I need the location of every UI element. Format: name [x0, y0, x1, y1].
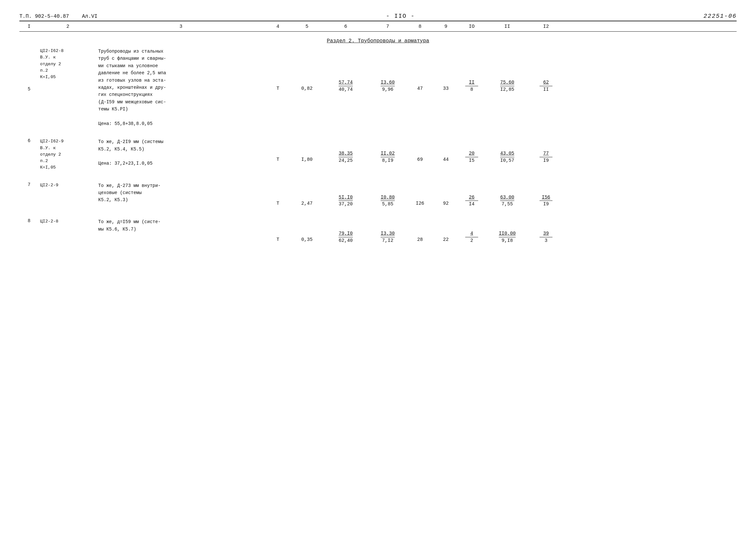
row-code: ЦI2-I62-8 В.У. к отделу 2 п.2 К=I,05	[39, 47, 97, 81]
row-code: ЦI2-I62-9 В.У. к отделу 2 п.2 К=I,05	[39, 138, 97, 171]
row-code: ЦI2-2-8	[39, 218, 97, 225]
row-col11: 75,60I2,85	[485, 47, 530, 93]
row-col6: 38,3524,25	[323, 138, 368, 164]
template-number: Т.П. 902-5-40.87	[19, 14, 69, 19]
col-header-4: 4	[265, 24, 291, 29]
row-description: То же, д=I59 мм (систе- мы К5.6, К5.7)	[97, 218, 265, 234]
row-col12: 77I9	[530, 138, 562, 164]
row-unit: Т	[265, 138, 291, 163]
row-col7: I3,307,I2	[368, 218, 407, 244]
row-number: 6	[19, 138, 39, 145]
row-col9: 92	[433, 182, 459, 207]
row-col8: 69	[407, 138, 433, 163]
col-header-8: 8	[407, 24, 433, 29]
row-unit: Т	[265, 218, 291, 243]
header-right: 22251-06	[704, 13, 737, 19]
row-code: ЦI2-2-9	[39, 182, 97, 189]
header-left: Т.П. 902-5-40.87 Ал.VI	[19, 14, 98, 19]
row-col10: 42	[459, 218, 485, 244]
row-description: То же, Д-2I9 мм (системы К5.2, К5.4, К5.…	[97, 138, 265, 168]
table-row: 8ЦI2-2-8То же, д=I59 мм (систе- мы К5.6,…	[19, 218, 737, 244]
row-col7: I0,805,85	[368, 182, 407, 208]
row-col8: 47	[407, 47, 433, 92]
top-rule	[19, 21, 737, 21]
row-col9: 33	[433, 47, 459, 92]
row-unit: Т	[265, 47, 291, 92]
row-col12: 62II	[530, 47, 562, 93]
row-number: 8	[19, 218, 39, 225]
row-col7: I3,609,96	[368, 47, 407, 93]
col-header-10: IO	[459, 24, 485, 29]
header-block: Т.П. 902-5-40.87 Ал.VI - IIO - 22251-06	[19, 13, 737, 19]
row-col6: 5I,I037,20	[323, 182, 368, 208]
row-col5: 2,47	[291, 182, 323, 207]
row-description: Трубопроводы из стальных труб с фланцами…	[97, 47, 265, 128]
row-col8: I26	[407, 182, 433, 207]
col-header-7: 7	[368, 24, 407, 29]
table-row: 5ЦI2-I62-8 В.У. к отделу 2 п.2 К=I,05Тру…	[19, 47, 737, 128]
row-description: То же, Д-273 мм внутри- цеховые (системы…	[97, 182, 265, 204]
row-col9: 44	[433, 138, 459, 163]
row-col7: II,028,I9	[368, 138, 407, 164]
section-title: Раздел 2. Трубопроводы и арматура	[19, 38, 737, 44]
row-col9: 22	[433, 218, 459, 243]
row-col5: I,80	[291, 138, 323, 163]
row-col5: 0,35	[291, 218, 323, 243]
row-number: 5	[19, 47, 39, 93]
col-header-1: I	[19, 24, 39, 29]
col-header-11: II	[485, 24, 530, 29]
row-col5: 0,82	[291, 47, 323, 92]
row-col10: 20I5	[459, 138, 485, 164]
col-header-12: I2	[530, 24, 562, 29]
row-col6: 79,I062,40	[323, 218, 368, 244]
row-col10: II8	[459, 47, 485, 93]
row-col11: II0,009,I8	[485, 218, 530, 244]
table-row: 7ЦI2-2-9То же, Д-273 мм внутри- цеховые …	[19, 182, 737, 208]
col-header-3: 3	[97, 24, 265, 29]
sheet-code: Ал.VI	[82, 14, 98, 19]
table-row: 6ЦI2-I62-9 В.У. к отделу 2 п.2 К=I,05То …	[19, 138, 737, 171]
column-headers: I 2 3 4 5 6 7 8 9 IO II I2	[19, 22, 737, 32]
row-unit: Т	[265, 182, 291, 207]
rows-container: 5ЦI2-I62-8 В.У. к отделу 2 п.2 К=I,05Тру…	[19, 47, 737, 244]
row-col12: I56I9	[530, 182, 562, 208]
row-col11: 43,05I0,57	[485, 138, 530, 164]
header-center: - IIO -	[386, 13, 415, 19]
row-col6: 57,7440,74	[323, 47, 368, 93]
row-col11: 63,007,55	[485, 182, 530, 208]
col-header-2: 2	[39, 24, 97, 29]
row-col12: 393	[530, 218, 562, 244]
col-header-5: 5	[291, 24, 323, 29]
row-col10: 26I4	[459, 182, 485, 208]
col-header-6: 6	[323, 24, 368, 29]
row-col8: 28	[407, 218, 433, 243]
col-header-9: 9	[433, 24, 459, 29]
row-number: 7	[19, 182, 39, 189]
